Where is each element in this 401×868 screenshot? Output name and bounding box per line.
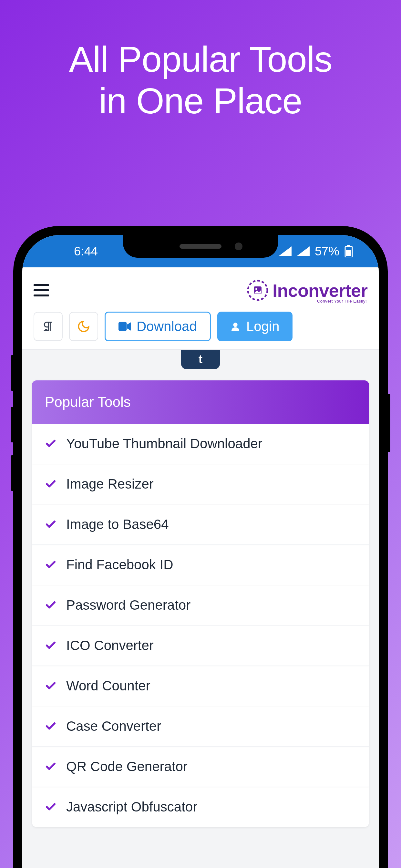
promo-line2: in One Place: [99, 81, 302, 121]
login-label: Login: [246, 319, 280, 334]
check-icon: [45, 559, 57, 570]
check-icon: [45, 640, 57, 651]
text-direction-button[interactable]: [34, 312, 63, 341]
content-area: t Popular Tools YouTube Thumbnail Downlo…: [22, 350, 379, 827]
tool-item[interactable]: Case Converter: [32, 706, 369, 746]
check-icon: [45, 519, 57, 530]
status-time: 6:44: [74, 244, 98, 258]
moon-icon: [77, 320, 90, 333]
card-header: Popular Tools: [32, 380, 369, 424]
logo-icon: [246, 279, 269, 302]
tool-item[interactable]: Javascript Obfuscator: [32, 786, 369, 827]
tool-item[interactable]: Find Facebook ID: [32, 545, 369, 585]
app-logo[interactable]: Inconverter Convert Your File Easily!: [246, 279, 367, 302]
check-icon: [45, 761, 57, 772]
login-button[interactable]: Login: [217, 312, 292, 341]
video-icon: [119, 321, 131, 331]
svg-marker-1: [297, 246, 310, 256]
tool-item[interactable]: Word Counter: [32, 665, 369, 706]
status-right: 57%: [279, 244, 353, 258]
svg-point-10: [233, 322, 237, 327]
check-icon: [45, 438, 57, 450]
tool-label: Password Generator: [66, 597, 190, 613]
tool-item[interactable]: YouTube Thumbnail Downloader: [32, 424, 369, 464]
app-header: Inconverter Convert Your File Easily!: [22, 268, 379, 350]
tool-label: QR Code Generator: [66, 759, 188, 774]
check-icon: [45, 599, 57, 611]
logo-tagline: Convert Your File Easily!: [317, 299, 367, 304]
tool-item[interactable]: Password Generator: [32, 585, 369, 625]
tool-item[interactable]: QR Code Generator: [32, 746, 369, 786]
tool-label: Word Counter: [66, 678, 150, 693]
check-icon: [45, 720, 57, 732]
status-battery-text: 57%: [315, 244, 339, 258]
check-icon: [45, 680, 57, 692]
phone-screen: 6:44 57%: [22, 235, 379, 868]
menu-button[interactable]: [34, 284, 49, 297]
check-icon: [45, 478, 57, 490]
tool-label: YouTube Thumbnail Downloader: [66, 436, 263, 452]
tool-label: Image to Base64: [66, 517, 169, 532]
signal-icon-2: [297, 246, 310, 256]
svg-rect-8: [119, 322, 127, 331]
promo-line1: All Popular Tools: [69, 39, 332, 80]
svg-point-7: [255, 288, 257, 290]
tool-label: Find Facebook ID: [66, 557, 174, 572]
check-icon: [45, 801, 57, 813]
paragraph-icon: [42, 320, 55, 333]
tool-item[interactable]: Image Resizer: [32, 464, 369, 504]
user-icon: [230, 321, 241, 332]
tools-list: YouTube Thumbnail DownloaderImage Resize…: [32, 424, 369, 827]
svg-marker-0: [279, 246, 291, 256]
tool-item[interactable]: Image to Base64: [32, 504, 369, 545]
svg-marker-9: [127, 322, 131, 330]
battery-icon: [344, 245, 353, 257]
tool-label: Javascript Obfuscator: [66, 799, 197, 815]
signal-icon: [279, 246, 291, 256]
dark-mode-button[interactable]: [69, 312, 98, 341]
promo-title: All Popular Tools in One Place: [0, 0, 401, 122]
download-button[interactable]: Download: [104, 312, 211, 341]
partial-card-badge: t: [181, 350, 220, 369]
phone-frame: 6:44 57%: [13, 226, 388, 868]
tool-item[interactable]: ICO Converter: [32, 625, 369, 665]
tool-label: Image Resizer: [66, 476, 154, 492]
tool-label: Case Converter: [66, 718, 161, 734]
tool-label: ICO Converter: [66, 638, 154, 653]
logo-text: Inconverter Convert Your File Easily!: [273, 280, 367, 301]
popular-tools-card: Popular Tools YouTube Thumbnail Download…: [32, 380, 369, 827]
svg-rect-4: [346, 250, 351, 256]
card-title: Popular Tools: [45, 394, 131, 410]
download-label: Download: [136, 319, 197, 334]
phone-notch: [123, 235, 278, 258]
